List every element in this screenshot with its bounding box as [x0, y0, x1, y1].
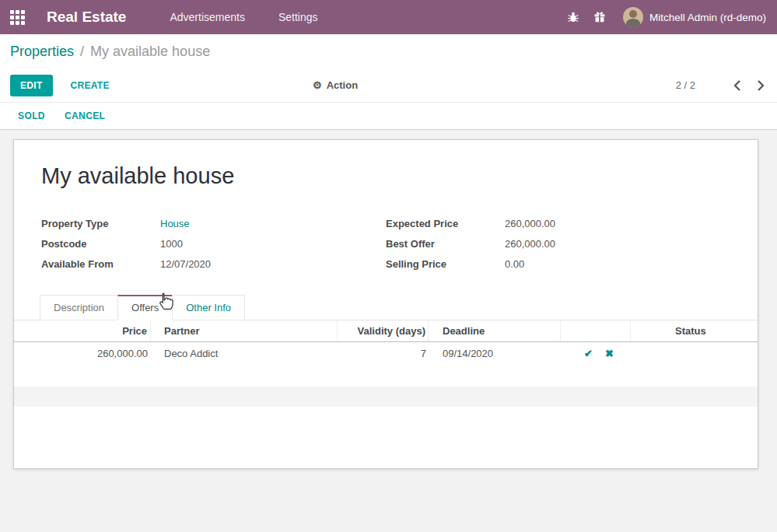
pager-next-icon[interactable] — [758, 80, 765, 91]
pager-count: 2 / 2 — [676, 79, 695, 91]
accept-offer-icon[interactable]: ✔ — [584, 348, 593, 359]
empty-row — [14, 387, 758, 407]
field-label-best-offer: Best Offer — [386, 238, 505, 250]
field-group-left: Property Type House Postcode 1000 Availa… — [41, 218, 386, 278]
navbar-right: Mitchell Admin (rd-demo) — [567, 7, 777, 27]
offer-deadline: 09/14/2020 — [429, 348, 561, 359]
tab-description[interactable]: Description — [40, 295, 118, 320]
create-button[interactable]: CREATE — [66, 79, 114, 92]
bug-icon[interactable] — [567, 11, 579, 23]
menu-settings[interactable]: Settings — [278, 11, 318, 23]
pager: 2 / 2 — [676, 79, 765, 91]
top-navbar: Real Estate Advertisements Settings Mitc… — [0, 0, 777, 34]
menu-advertisements[interactable]: Advertisements — [170, 11, 244, 23]
edit-button[interactable]: EDIT — [10, 75, 53, 96]
field-value-selling-price: 0.00 — [505, 258, 524, 270]
field-value-available-from: 12/07/2020 — [160, 258, 211, 270]
tab-offers[interactable]: Offers — [117, 295, 173, 320]
offer-row[interactable]: 260,000.00 Deco Addict 7 09/14/2020 ✔ ✖ — [14, 342, 758, 365]
user-menu[interactable]: Mitchell Admin (rd-demo) — [649, 12, 766, 23]
gear-icon: ⚙ — [313, 79, 322, 91]
column-header-status[interactable]: Status — [631, 325, 758, 337]
field-groups: Property Type House Postcode 1000 Availa… — [41, 218, 730, 278]
refuse-offer-icon[interactable]: ✖ — [605, 348, 614, 359]
field-value-best-offer: 260,000.00 — [505, 238, 555, 250]
offer-partner: Deco Addict — [151, 348, 338, 359]
notebook-tabs: Description Offers Other Info — [14, 295, 758, 320]
offer-actions: ✔ ✖ — [561, 348, 631, 359]
field-label-expected-price: Expected Price — [386, 218, 505, 229]
offers-table-header: Price Partner Validity (days) Deadline S… — [14, 320, 758, 342]
column-header-partner[interactable]: Partner — [151, 320, 338, 341]
gift-icon[interactable] — [593, 11, 606, 23]
apps-grid-icon[interactable] — [10, 10, 25, 25]
field-label-postcode: Postcode — [41, 238, 160, 250]
user-avatar[interactable] — [623, 7, 643, 27]
app-title[interactable]: Real Estate — [47, 9, 126, 26]
field-label-selling-price: Selling Price — [386, 258, 505, 270]
pager-previous-icon[interactable] — [733, 80, 740, 91]
tab-other-info[interactable]: Other Info — [172, 295, 245, 320]
breadcrumb-current: My available house — [90, 44, 210, 60]
offer-price: 260,000.00 — [14, 348, 151, 359]
field-value-expected-price: 260,000.00 — [505, 218, 555, 229]
breadcrumb-parent[interactable]: Properties — [10, 44, 74, 60]
cancel-button[interactable]: CANCEL — [65, 110, 105, 121]
field-label-available-from: Available From — [41, 258, 160, 270]
field-label-property-type: Property Type — [41, 218, 160, 229]
column-header-actions — [561, 320, 631, 341]
breadcrumb-separator: / — [80, 44, 84, 60]
form-sheet: My available house Property Type House P… — [13, 139, 758, 469]
sold-button[interactable]: SOLD — [18, 110, 45, 121]
form-view: My available house Property Type House P… — [0, 130, 777, 469]
field-group-right: Expected Price 260,000.00 Best Offer 260… — [386, 218, 730, 278]
column-header-validity[interactable]: Validity (days) — [338, 320, 429, 341]
control-panel: EDIT CREATE ⚙ Action 2 / 2 — [0, 68, 777, 102]
column-header-deadline[interactable]: Deadline — [429, 320, 561, 341]
offers-table: Price Partner Validity (days) Deadline S… — [14, 320, 758, 407]
statusbar: SOLD CANCEL — [0, 102, 777, 130]
record-title[interactable]: My available house — [41, 163, 758, 189]
column-header-price[interactable]: Price — [14, 320, 151, 341]
field-value-postcode: 1000 — [160, 238, 183, 250]
action-label: Action — [327, 79, 358, 91]
breadcrumb: Properties / My available house — [0, 34, 777, 68]
field-value-property-type[interactable]: House — [160, 218, 190, 229]
action-menu[interactable]: ⚙ Action — [313, 68, 358, 102]
offer-validity: 7 — [338, 348, 429, 359]
empty-row — [14, 365, 758, 387]
